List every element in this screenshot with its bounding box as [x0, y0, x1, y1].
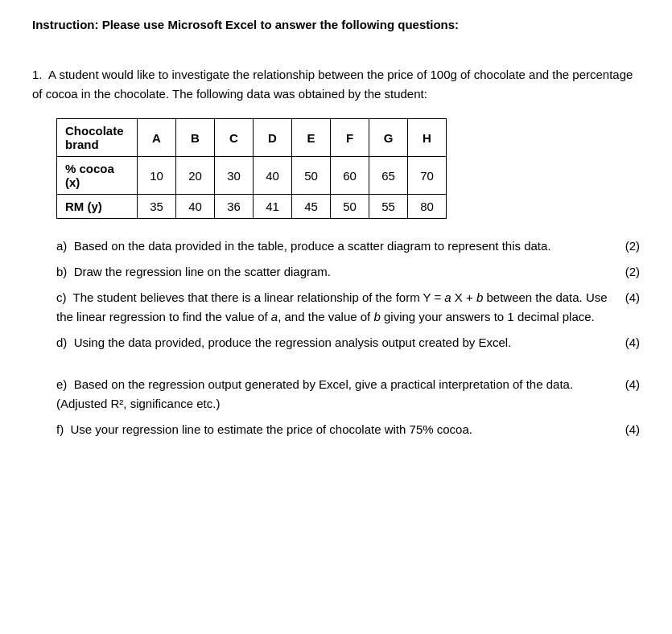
table-header-label: Chocolatebrand: [57, 119, 138, 157]
table-header-f: F: [331, 119, 369, 157]
table-cell: 36: [215, 195, 254, 219]
table-header-c: C: [215, 119, 254, 157]
table-cell: 30: [215, 157, 254, 195]
table-cell: 55: [369, 195, 408, 219]
table-cell: 40: [254, 157, 292, 195]
table-header-a: A: [138, 119, 176, 157]
table-header-g: G: [369, 119, 408, 157]
sub-question-a-marks: (2): [625, 237, 640, 256]
question-1: 1. A student would like to investigate t…: [32, 65, 640, 439]
table-cell: 10: [138, 157, 176, 195]
sub-question-d-marks: (4): [625, 333, 640, 352]
table-header-b: B: [176, 119, 215, 157]
table-cell: 50: [331, 195, 369, 219]
table-cell: 35: [138, 195, 176, 219]
sub-question-b-content: b) Draw the regression line on the scatt…: [56, 262, 625, 282]
table-header-h: H: [408, 119, 447, 157]
sub-question-e-label: e) Based on the regression output genera…: [56, 377, 573, 410]
sub-questions: a) Based on the data provided in the tab…: [56, 237, 640, 439]
sub-question-e-content: e) Based on the regression output genera…: [56, 375, 625, 414]
sub-question-b: b) Draw the regression line on the scatt…: [56, 262, 640, 282]
sub-question-c-marks: (4): [625, 288, 640, 307]
question-1-text: 1. A student would like to investigate t…: [32, 65, 640, 104]
sub-question-c-content: c) The student believes that there is a …: [56, 288, 625, 327]
table-cell: 80: [408, 195, 447, 219]
table-header-e: E: [292, 119, 331, 157]
sub-question-f-content: f) Use your regression line to estimate …: [56, 420, 625, 439]
sub-question-f-marks: (4): [625, 420, 640, 439]
sub-question-e-marks: (4): [625, 375, 640, 394]
sub-question-a-label: a) Based on the data provided in the tab…: [56, 239, 551, 253]
sub-question-f-label: f) Use your regression line to estimate …: [56, 422, 472, 436]
sub-question-c: c) The student believes that there is a …: [56, 288, 640, 327]
sub-question-d-label: d) Using the data provided, produce the …: [56, 336, 511, 349]
sub-question-b-label: b) Draw the regression line on the scatt…: [56, 265, 331, 278]
table-cell: 20: [176, 157, 215, 195]
table-row-rm: RM (y) 35 40 36 41 45 50 55 80: [57, 195, 447, 219]
table-row-cocoa: % cocoa(x) 10 20 30 40 50 60 65 70: [57, 157, 447, 195]
table-cell: 65: [369, 157, 408, 195]
table-header-d: D: [254, 119, 292, 157]
sub-question-a-content: a) Based on the data provided in the tab…: [56, 237, 625, 256]
table-cell: 50: [292, 157, 331, 195]
table-cell: 45: [292, 195, 331, 219]
table-cell: 70: [408, 157, 447, 195]
sub-question-b-marks: (2): [625, 262, 640, 282]
row-label-rm: RM (y): [57, 195, 138, 219]
table-cell: 60: [331, 157, 369, 195]
sub-question-f: f) Use your regression line to estimate …: [56, 420, 640, 439]
table-cell: 41: [254, 195, 292, 219]
sub-question-d-content: d) Using the data provided, produce the …: [56, 333, 625, 352]
data-table: Chocolatebrand A B C D E F G H % cocoa(x…: [56, 118, 447, 219]
row-label-cocoa: % cocoa(x): [57, 157, 138, 195]
sub-question-a: a) Based on the data provided in the tab…: [56, 237, 640, 256]
sub-question-d: d) Using the data provided, produce the …: [56, 333, 640, 352]
sub-question-e: e) Based on the regression output genera…: [56, 375, 640, 414]
table-cell: 40: [176, 195, 215, 219]
instruction: Instruction: Please use Microsoft Excel …: [32, 16, 640, 33]
sub-question-c-label: c) The student believes that there is a …: [56, 290, 608, 323]
